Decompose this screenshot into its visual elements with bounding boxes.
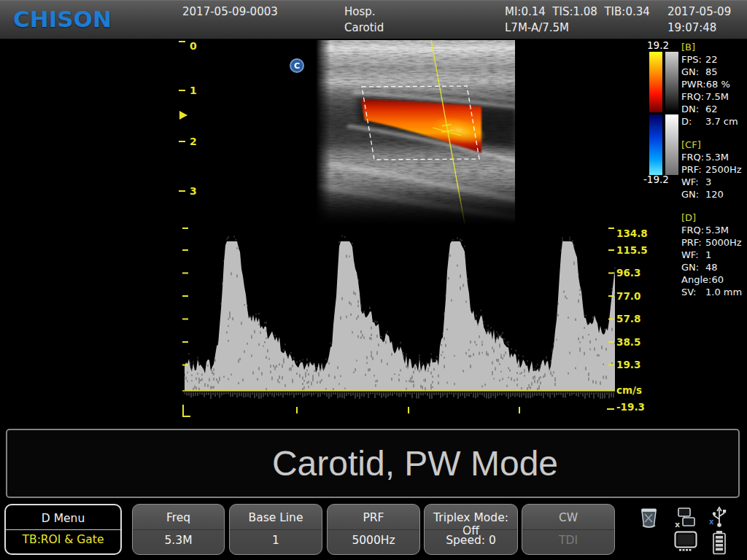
trash-icon bbox=[639, 506, 659, 529]
divider bbox=[425, 529, 517, 530]
color-scale-max: 19.2 bbox=[647, 40, 669, 51]
orientation-marker: C bbox=[290, 58, 304, 73]
velocity-scale-label: 19.3 bbox=[616, 359, 640, 370]
softkey-value: Speed: 0 bbox=[425, 534, 517, 547]
bottom-shadow bbox=[316, 186, 515, 226]
color-doppler-bar-negative bbox=[649, 114, 662, 175]
depth-tick bbox=[179, 41, 185, 42]
softkey-label: Freq bbox=[133, 511, 224, 524]
softkey-value: TB:ROI & Gate bbox=[6, 533, 120, 546]
mode-banner: Carotid, PW Mode bbox=[6, 429, 740, 498]
depth-mark: 3 bbox=[190, 185, 197, 197]
softkey-value: 1 bbox=[230, 534, 322, 547]
color-scale-min: -19.2 bbox=[643, 174, 669, 185]
probe-label: L7M-A/7.5M bbox=[505, 22, 569, 34]
gray-map-bar-top bbox=[665, 52, 678, 112]
softkey-triplex-mode[interactable]: Triplex Mode: Off Speed: 0 bbox=[424, 504, 518, 555]
usb-icon: x bbox=[709, 506, 729, 528]
bmode-image bbox=[316, 40, 515, 226]
softkey-freq[interactable]: Freq 5.3M bbox=[132, 504, 225, 555]
mode-banner-text: Carotid, PW Mode bbox=[7, 430, 738, 497]
battery-icon bbox=[712, 530, 727, 555]
spectral-waveform bbox=[185, 235, 615, 399]
softkey-d-menu[interactable]: D Menu TB:ROI & Gate bbox=[4, 504, 122, 555]
divider bbox=[133, 529, 224, 530]
b-mode-params: [B] FPS:22 GN:85 PWR:68 % FRQ:7.5M DN:62… bbox=[681, 41, 747, 128]
spectral-display bbox=[179, 222, 635, 425]
color-doppler-bar-positive bbox=[649, 52, 662, 112]
cf-mode-title: [CF] bbox=[681, 139, 747, 151]
network-icon: x bbox=[673, 508, 696, 528]
divider bbox=[328, 529, 419, 530]
velocity-scale-label: 115.5 bbox=[616, 244, 648, 256]
focus-marker-icon bbox=[179, 111, 187, 120]
exam-id: 2017-05-09-0003 bbox=[182, 6, 278, 18]
depth-mark: 2 bbox=[190, 136, 197, 147]
acoustic-indices: MI:0.14 TIS:1.08 TIB:0.34 bbox=[505, 6, 650, 18]
softkey-value: TDI bbox=[522, 534, 614, 547]
velocity-scale-label: 96.3 bbox=[616, 267, 640, 279]
time-axis-ticks bbox=[183, 405, 519, 416]
divider bbox=[230, 529, 322, 530]
top-info-bar: CHISON 2017-05-09-0003 Hosp. Carotid MI:… bbox=[0, 0, 747, 39]
preset-label: Carotid bbox=[344, 22, 384, 34]
time-label: 19:07:48 bbox=[667, 22, 716, 34]
softkey-label: D Menu bbox=[6, 512, 120, 525]
ultrasound-screen: CHISON 2017-05-09-0003 Hosp. Carotid MI:… bbox=[0, 0, 747, 560]
softkey-label: PRF bbox=[328, 511, 419, 524]
date-label: 2017-05-09 bbox=[667, 6, 731, 18]
softkey-prf[interactable]: PRF 5000Hz bbox=[327, 504, 420, 555]
cf-mode-params: [CF] FRQ:5.3M PRF:2500Hz WF:3 GN:120 bbox=[681, 139, 747, 201]
softkey-value: 5.3M bbox=[133, 534, 224, 547]
gray-map-bar-bottom bbox=[665, 114, 678, 175]
divider bbox=[6, 529, 120, 530]
depth-tick bbox=[179, 190, 185, 192]
softkey-cw-tdi[interactable]: CW TDI bbox=[522, 504, 615, 555]
softkey-toolbar: D Menu TB:ROI & Gate Freq 5.3M Base Line… bbox=[0, 500, 747, 560]
svg-text:x: x bbox=[709, 518, 714, 526]
softkey-label: Base Line bbox=[230, 511, 322, 524]
b-mode-title: [B] bbox=[681, 41, 747, 53]
velocity-scale-label: 77.0 bbox=[616, 290, 640, 302]
depth-mark: 1 bbox=[190, 85, 197, 96]
depth-tick bbox=[179, 90, 185, 91]
velocity-scale-label: -19.3 bbox=[616, 401, 645, 413]
velocity-unit-label: cm/s bbox=[616, 384, 642, 396]
monitor-icon bbox=[674, 531, 697, 553]
svg-text:x: x bbox=[675, 520, 680, 528]
chison-logo: CHISON bbox=[13, 6, 112, 32]
depth-mark: 0 bbox=[190, 40, 197, 52]
softkey-value: 5000Hz bbox=[328, 534, 419, 547]
divider bbox=[522, 529, 614, 530]
velocity-scale-label: 57.8 bbox=[616, 313, 640, 324]
d-mode-title: [D] bbox=[681, 211, 747, 224]
depth-tick bbox=[179, 141, 185, 142]
velocity-scale-label: 38.5 bbox=[616, 336, 640, 348]
hospital-label: Hosp. bbox=[344, 6, 376, 18]
d-mode-params: [D] FRQ:5.3M PRF:5000Hz WF:1 GN:48 Angle… bbox=[681, 211, 747, 298]
softkey-label: CW bbox=[522, 511, 614, 524]
softkey-base-line[interactable]: Base Line 1 bbox=[229, 504, 322, 555]
velocity-scale-label: 134.8 bbox=[616, 228, 648, 239]
